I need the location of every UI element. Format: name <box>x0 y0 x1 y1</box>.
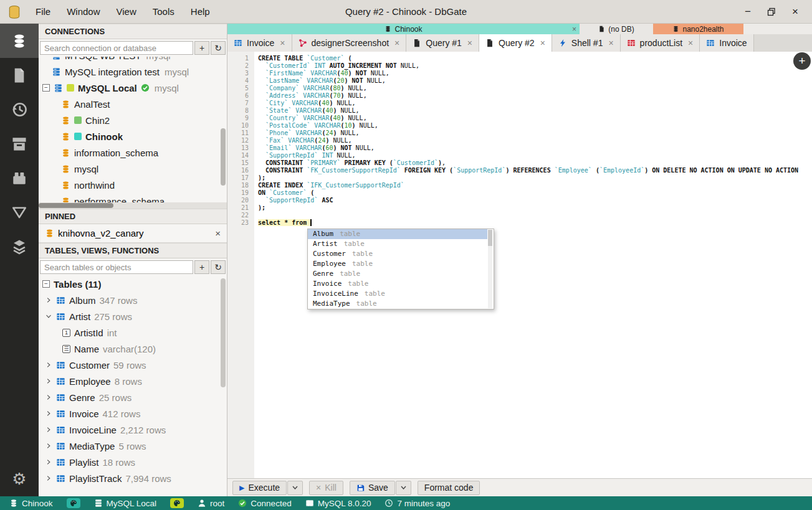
connection-row[interactable]: −MySQL Localmysql <box>39 80 227 96</box>
chevron-right-icon[interactable] <box>45 443 52 449</box>
autocomplete-item[interactable]: Employeetable <box>308 259 487 269</box>
table-row[interactable]: Artist275 rows <box>39 308 227 324</box>
rail-item-settings[interactable]: ⚙ <box>0 462 39 496</box>
format-code-button[interactable]: Format code <box>418 481 480 495</box>
autocomplete-item[interactable]: MediaTypetable <box>308 299 487 309</box>
rail-item-archive[interactable] <box>0 126 39 161</box>
add-connection-button[interactable]: + <box>194 41 209 55</box>
chevron-right-icon[interactable] <box>45 297 52 303</box>
autocomplete-item[interactable]: InvoiceLinetable <box>308 289 487 299</box>
table-row[interactable]: InvoiceLine2,212 rows <box>39 422 227 438</box>
tab-designerscreenshot[interactable]: designerScreenshot× <box>292 34 407 52</box>
chevron-right-icon[interactable] <box>45 410 52 417</box>
statusbar-connection[interactable]: MySQL Local <box>88 499 163 508</box>
menu-window[interactable]: Window <box>59 0 108 24</box>
kill-button[interactable]: × Kill <box>309 481 343 495</box>
chevron-right-icon[interactable] <box>45 378 52 384</box>
connection-row[interactable]: MySQL integration testmysql <box>39 64 227 80</box>
autocomplete-item[interactable]: Artisttable <box>308 239 487 249</box>
tab-invoice[interactable]: Invoice× <box>227 34 292 52</box>
rail-item-layers[interactable] <box>0 229 39 263</box>
connection-row[interactable]: AnalTest <box>39 96 227 112</box>
table-row[interactable]: Genre25 rows <box>39 389 227 405</box>
tab-invoice[interactable]: Invoice <box>700 34 753 52</box>
close-group-icon[interactable]: × <box>572 25 576 34</box>
column-row[interactable]: ☰Namevarchar(120) <box>39 341 227 357</box>
tab-group-chinook[interactable]: Chinook× <box>227 24 580 34</box>
chevron-right-icon[interactable] <box>45 362 52 368</box>
statusbar-database[interactable]: Chinook <box>4 499 59 508</box>
autocomplete-item[interactable]: Genretable <box>308 269 487 279</box>
menu-tools[interactable]: Tools <box>145 0 183 24</box>
table-row[interactable]: Invoice412 rows <box>39 405 227 422</box>
autocomplete-item[interactable]: Customertable <box>308 249 487 259</box>
chevron-right-icon[interactable] <box>45 394 52 400</box>
rail-item-plugins[interactable] <box>0 161 39 195</box>
close-tab-icon[interactable]: × <box>280 38 285 48</box>
menu-view[interactable]: View <box>108 0 145 24</box>
table-row[interactable]: Album347 rows <box>39 292 227 308</box>
collapse-expander-icon[interactable]: − <box>42 280 50 288</box>
tab-query1[interactable]: Query #1× <box>406 34 479 52</box>
chevron-right-icon[interactable] <box>45 459 52 465</box>
pinned-item[interactable]: knihovna_v2_canary × <box>39 224 227 243</box>
close-tab-icon[interactable]: × <box>467 38 472 48</box>
table-row[interactable]: Playlist18 rows <box>39 454 227 470</box>
table-row[interactable]: Employee8 rows <box>39 373 227 389</box>
tab-shell1[interactable]: Shell #1× <box>552 34 621 52</box>
connection-row[interactable]: Chinook <box>39 128 227 144</box>
execute-button[interactable]: ▶ Execute <box>232 481 287 495</box>
tab-query2[interactable]: Query #2× <box>479 34 552 52</box>
minimize-button[interactable]: − <box>738 2 757 21</box>
save-dropdown-button[interactable] <box>396 481 411 495</box>
connections-horizontal-scrollbar[interactable] <box>39 202 227 209</box>
rail-item-filter[interactable] <box>0 195 39 229</box>
table-row[interactable]: PlaylistTrack7,994 rows <box>39 470 227 486</box>
statusbar-status[interactable]: Connected <box>232 499 297 508</box>
tab-group-nano2health[interactable]: nano2health <box>653 24 743 34</box>
rail-item-connections[interactable] <box>0 24 39 58</box>
connection-row[interactable]: information_schema <box>39 144 227 161</box>
tables-vertical-scrollbar[interactable] <box>221 276 226 488</box>
tab-productlist[interactable]: productList× <box>621 34 700 52</box>
menu-file[interactable]: File <box>27 0 59 24</box>
connections-vertical-scrollbar[interactable] <box>221 57 226 202</box>
connection-row[interactable]: northwind <box>39 177 227 193</box>
autocomplete-item[interactable]: Albumtable <box>308 229 487 239</box>
connection-row[interactable]: mysql <box>39 161 227 177</box>
rail-item-files[interactable] <box>0 58 39 92</box>
chevron-right-icon[interactable] <box>45 475 52 481</box>
connection-row[interactable]: MYSQL WB TESTmysql <box>39 57 227 64</box>
refresh-objects-button[interactable]: ↻ <box>211 260 226 274</box>
execute-dropdown-button[interactable] <box>287 481 303 495</box>
close-button[interactable]: × <box>786 2 805 21</box>
save-button[interactable]: Save <box>350 481 395 495</box>
chevron-down-icon[interactable] <box>45 313 52 319</box>
table-row[interactable]: Customer59 rows <box>39 357 227 373</box>
objects-search-input[interactable] <box>40 260 193 274</box>
connection-row[interactable]: Chin2 <box>39 112 227 128</box>
close-tab-icon[interactable]: × <box>608 38 613 48</box>
unpin-close-icon[interactable]: × <box>215 228 221 238</box>
statusbar-time[interactable]: 7 minutes ago <box>379 499 456 508</box>
add-object-button[interactable]: + <box>194 260 209 274</box>
new-tab-button[interactable]: + <box>793 52 811 70</box>
statusbar-theme-badge[interactable] <box>61 498 86 508</box>
statusbar-theme-badge-2[interactable] <box>165 498 189 508</box>
chevron-right-icon[interactable] <box>45 427 52 433</box>
restore-button[interactable] <box>762 2 781 21</box>
tab-group-nodb[interactable]: (no DB) <box>580 24 653 34</box>
rail-item-history[interactable] <box>0 92 39 126</box>
statusbar-user[interactable]: root <box>192 499 230 508</box>
close-tab-icon[interactable]: × <box>688 38 693 48</box>
autocomplete-scrollbar[interactable] <box>488 230 492 308</box>
sql-editor[interactable]: 1234567891011121314151617181920212223 CR… <box>227 52 812 478</box>
close-tab-icon[interactable]: × <box>394 38 399 48</box>
menu-help[interactable]: Help <box>183 0 218 24</box>
column-row[interactable]: 1ArtistIdint <box>39 324 227 341</box>
statusbar-version[interactable]: MySQL 8.0.20 <box>300 499 377 508</box>
tables-group-row[interactable]: −Tables (11) <box>39 276 227 292</box>
close-tab-icon[interactable]: × <box>540 38 545 48</box>
collapse-expander-icon[interactable]: − <box>42 84 50 92</box>
autocomplete-item[interactable]: Invoicetable <box>308 279 487 289</box>
